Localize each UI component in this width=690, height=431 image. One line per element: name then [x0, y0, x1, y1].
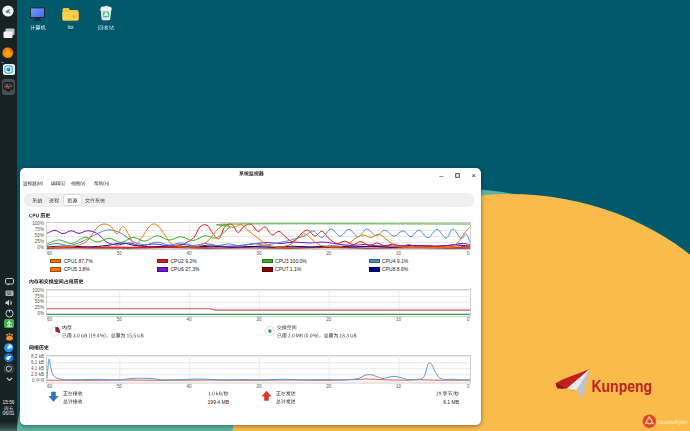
svg-text:Kunpeng: Kunpeng	[592, 378, 653, 395]
svg-text:UbuntuKylin: UbuntuKylin	[657, 419, 688, 425]
